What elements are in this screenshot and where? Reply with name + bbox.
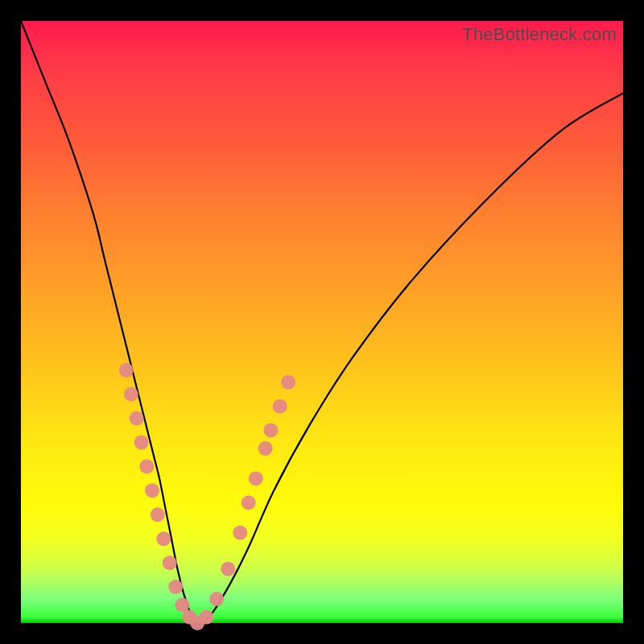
data-marker — [175, 598, 189, 613]
data-marker — [242, 495, 256, 510]
data-marker — [273, 399, 287, 414]
data-marker — [168, 580, 183, 594]
data-marker — [281, 375, 295, 390]
data-marker — [258, 441, 273, 456]
data-marker — [139, 460, 154, 474]
chart-plot-area: TheBottleneck.com — [21, 21, 623, 623]
data-marker — [233, 526, 247, 540]
data-marker — [151, 507, 165, 522]
data-marker — [130, 411, 144, 426]
data-marker — [119, 363, 134, 378]
data-marker — [263, 423, 278, 438]
data-marker — [221, 562, 235, 576]
chart-svg — [21, 21, 623, 623]
data-marker — [209, 592, 224, 606]
data-marker — [163, 555, 177, 570]
data-marker — [199, 610, 213, 625]
chart-frame: TheBottleneck.com — [0, 0, 644, 644]
data-marker — [249, 471, 263, 485]
data-markers — [119, 363, 295, 630]
data-marker — [134, 436, 149, 450]
data-marker — [124, 387, 138, 402]
data-marker — [156, 531, 171, 546]
data-marker — [145, 483, 159, 497]
bottleneck-curve — [21, 21, 623, 625]
